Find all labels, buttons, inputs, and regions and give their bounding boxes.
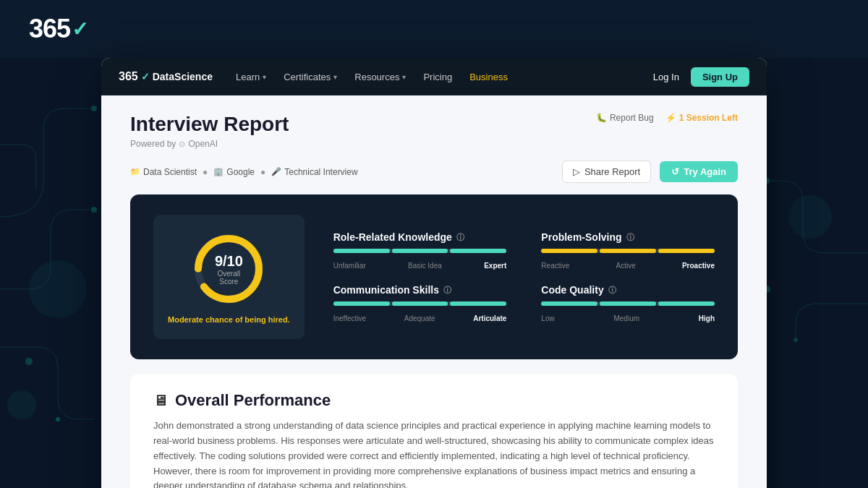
performance-text: John demonstrated a strong understanding… [153, 419, 715, 488]
report-bug-button[interactable]: 🐛 Report Bug [596, 113, 654, 123]
page-content: Interview Report Powered by ⊙ OpenAI 🐛 R… [101, 95, 767, 488]
brand-check-icon: ✓ [141, 71, 150, 82]
tag-technical-interview: 🎤 Technical Interview [271, 167, 357, 177]
nav-business[interactable]: Business [469, 72, 508, 82]
metric-problem-seg-1 [541, 249, 597, 253]
metric-comm-label: Communication Skills [333, 284, 439, 296]
metrics-grid: Role-Related Knowledge ⓘ Unfamiliar Basi… [333, 231, 715, 322]
try-again-label: Try Again [684, 166, 726, 177]
report-actions: 🐛 Report Bug ⚡ 1 Session Left [596, 113, 738, 123]
metric-communication: Communication Skills ⓘ Ineffective Adequ… [333, 284, 507, 322]
metric-comm-labels: Ineffective Adequate Articulate [333, 314, 507, 322]
metric-code-labels: Low Medium High [541, 314, 715, 322]
metric-comm-seg-3 [450, 301, 506, 306]
report-title: Interview Report [130, 113, 289, 136]
metric-code-seg-3 [658, 301, 715, 306]
brand-name: DataScience [153, 71, 213, 82]
report-title-area: Interview Report Powered by ⊙ OpenAI [130, 113, 289, 149]
performance-title: 🖥 Overall Performance [153, 391, 715, 410]
tag-data-scientist-label: Data Scientist [143, 167, 197, 177]
metric-role-label-2: Basic Idea [408, 262, 442, 270]
donut-score: 9/10 [209, 253, 249, 270]
main-wrapper: 365✓ DataScience Learn ▾ Certificates ▾ … [0, 58, 868, 488]
donut-label: 9/10 Overall Score [209, 253, 249, 286]
metric-problem-title: Problem-Solving ⓘ [541, 231, 715, 243]
report-bug-label: Report Bug [610, 113, 654, 123]
metric-problem-bar [541, 249, 715, 253]
briefcase-icon: 📁 [130, 167, 140, 176]
performance-title-text: Overall Performance [175, 391, 331, 410]
metric-problem-seg-2 [600, 249, 656, 253]
performance-icon: 🖥 [153, 393, 168, 409]
metric-problem-seg-3 [658, 249, 715, 253]
logo-checkmark: ✓ [72, 17, 88, 41]
try-again-button[interactable]: ↺ Try Again [660, 161, 738, 182]
metric-role-label-1: Unfamiliar [333, 262, 366, 270]
metric-problem-labels: Reactive Active Proactive [541, 262, 715, 270]
nav-certificates-label: Certificates [284, 72, 331, 82]
lightning-icon: ⚡ [665, 113, 676, 123]
metric-role-label-3: Expert [484, 262, 506, 270]
nav-learn[interactable]: Learn ▾ [236, 72, 266, 82]
metric-code-label: Code Quality [541, 284, 603, 296]
donut-container: 9/10 Overall Score Moderate chance of be… [153, 215, 305, 339]
nav-pricing[interactable]: Pricing [423, 72, 452, 82]
metric-role-label: Role-Related Knowledge [333, 231, 452, 243]
metric-problem-label-3: Proactive [682, 262, 715, 270]
metric-code-title: Code Quality ⓘ [541, 284, 715, 296]
nav-resources-label: Resources [354, 72, 399, 82]
nav-learn-label: Learn [236, 72, 260, 82]
metric-code-seg-2 [600, 301, 656, 306]
nav-resources[interactable]: Resources ▾ [354, 72, 406, 82]
login-button[interactable]: Log In [653, 72, 679, 82]
metric-comm-seg-2 [392, 301, 448, 306]
metric-code-bar [541, 301, 715, 306]
metric-code-label-2: Medium [613, 314, 639, 322]
metric-problem-label: Problem-Solving [541, 231, 621, 243]
share-report-button[interactable]: ▷ Share Report [562, 160, 651, 183]
nav-pricing-label: Pricing [423, 72, 452, 82]
metric-role-bar [333, 249, 507, 253]
metric-code-label-3: High [699, 314, 715, 322]
signup-button[interactable]: Sign Up [691, 67, 749, 87]
building-icon: 🏢 [213, 167, 224, 176]
navbar-brand: 365✓ DataScience [119, 70, 213, 83]
metric-problem-solving: Problem-Solving ⓘ Reactive Active Proact… [541, 231, 715, 270]
nav-items: Learn ▾ Certificates ▾ Resources ▾ Prici… [236, 72, 630, 82]
mic-icon: 🎤 [271, 167, 281, 176]
bug-icon: 🐛 [596, 113, 607, 123]
openai-icon: ⊙ [179, 140, 185, 149]
metric-comm-title: Communication Skills ⓘ [333, 284, 507, 296]
donut-subtitle: Overall Score [209, 270, 249, 286]
performance-section: 🖥 Overall Performance John demonstrated … [130, 374, 738, 488]
metric-role-seg-3 [450, 249, 506, 253]
nav-certificates-chevron-icon: ▾ [333, 73, 337, 81]
donut-chart: 9/10 Overall Score [189, 229, 268, 309]
nav-right: Log In Sign Up [653, 67, 749, 87]
session-left: ⚡ 1 Session Left [665, 113, 738, 123]
metric-role-seg-2 [392, 249, 448, 253]
tags-actions: ▷ Share Report ↺ Try Again [562, 160, 738, 183]
top-banner: 365✓ [0, 0, 868, 58]
nav-resources-chevron-icon: ▾ [402, 73, 406, 81]
tag-google-label: Google [226, 167, 255, 177]
tag-dot-2: ● [260, 167, 265, 177]
navbar: 365✓ DataScience Learn ▾ Certificates ▾ … [101, 58, 767, 95]
metric-role-labels: Unfamiliar Basic Idea Expert [333, 262, 507, 270]
score-card: 9/10 Overall Score Moderate chance of be… [130, 194, 738, 359]
metric-code-quality: Code Quality ⓘ Low Medium High [541, 284, 715, 322]
metric-role-title: Role-Related Knowledge ⓘ [333, 231, 507, 243]
nav-learn-chevron-icon: ▾ [263, 73, 266, 81]
metric-comm-label-3: Articulate [473, 314, 506, 322]
nav-certificates[interactable]: Certificates ▾ [284, 72, 337, 82]
tags-row: 📁 Data Scientist ● 🏢 Google ● 🎤 Technica… [130, 160, 738, 183]
metric-comm-label-2: Adequate [404, 314, 435, 322]
metric-role-info-icon: ⓘ [456, 232, 464, 243]
metric-role-knowledge: Role-Related Knowledge ⓘ Unfamiliar Basi… [333, 231, 507, 270]
browser-window: 365✓ DataScience Learn ▾ Certificates ▾ … [101, 58, 767, 488]
powered-by: Powered by ⊙ OpenAI [130, 139, 289, 149]
tag-technical-label: Technical Interview [284, 167, 357, 177]
session-left-label: 1 Session Left [679, 113, 738, 123]
metric-code-info-icon: ⓘ [608, 285, 616, 296]
share-report-label: Share Report [584, 166, 640, 177]
